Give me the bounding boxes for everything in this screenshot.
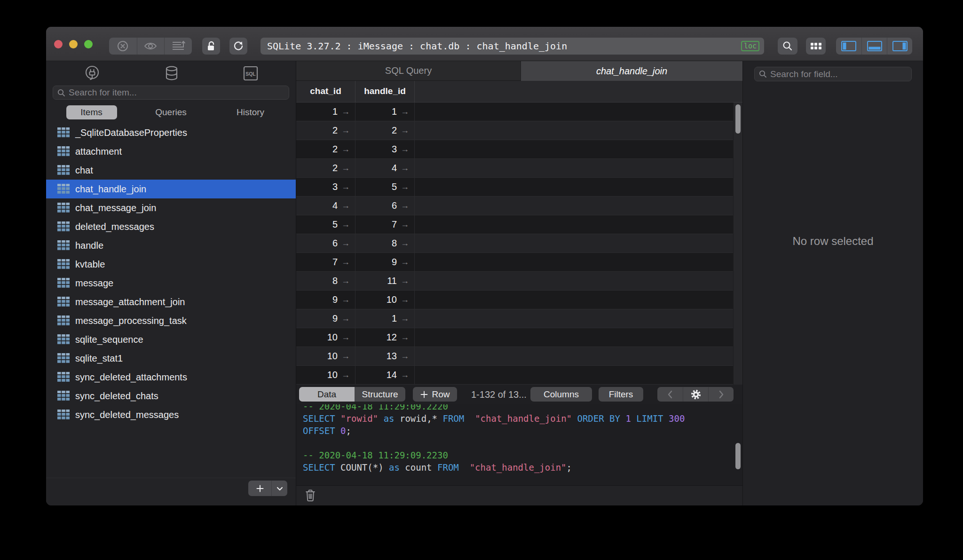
column-header-handle-id[interactable]: handle_id	[355, 81, 415, 102]
table-cell[interactable]: 1→	[355, 103, 415, 121]
sidebar-item-sqlite_sequence[interactable]: sqlite_sequence	[46, 330, 296, 349]
table-cell[interactable]: 12→	[355, 328, 415, 347]
tab-chat-handle-join[interactable]: chat_handle_join	[521, 61, 742, 81]
sidebar-item-message_processing_task[interactable]: message_processing_task	[46, 311, 296, 330]
table-row[interactable]: 9→1→	[296, 309, 733, 328]
sidebar-search-input[interactable]	[69, 87, 285, 98]
minimize-window-button[interactable]	[69, 40, 78, 48]
field-search-field[interactable]	[754, 67, 912, 81]
lock-button[interactable]	[202, 38, 220, 55]
cell-link-arrow-icon[interactable]: →	[341, 314, 350, 323]
table-cell[interactable]: 2→	[296, 121, 355, 140]
table-cell[interactable]: 10→	[296, 366, 355, 384]
cell-link-arrow-icon[interactable]: →	[341, 182, 350, 192]
table-row[interactable]: 10→12→	[296, 328, 733, 347]
table-cell[interactable]: 3→	[355, 140, 415, 158]
sidebar-item-handle[interactable]: handle	[46, 236, 296, 255]
table-cell[interactable]: 10→	[296, 328, 355, 347]
table-cell[interactable]: 3→	[296, 178, 355, 196]
cell-link-arrow-icon[interactable]: →	[401, 332, 409, 342]
columns-button[interactable]: Columns	[530, 387, 592, 402]
apps-grid-button[interactable]	[806, 38, 826, 55]
table-cell[interactable]: 13→	[355, 347, 415, 365]
cell-link-arrow-icon[interactable]: →	[341, 276, 350, 286]
table-row[interactable]: 4→6→	[296, 197, 733, 215]
tab-sql-query[interactable]: SQL Query	[296, 61, 521, 81]
cell-link-arrow-icon[interactable]: →	[341, 220, 350, 229]
table-cell[interactable]: 7→	[355, 215, 415, 234]
table-cell[interactable]: 4→	[355, 159, 415, 177]
trash-icon[interactable]	[304, 489, 316, 503]
table-row[interactable]: 2→2→	[296, 121, 733, 140]
close-connection-button[interactable]	[109, 38, 137, 55]
cell-link-arrow-icon[interactable]: →	[341, 107, 350, 117]
sidebar-item-message[interactable]: message	[46, 274, 296, 292]
sidebar-search-field[interactable]	[53, 86, 289, 100]
cell-link-arrow-icon[interactable]: →	[341, 126, 350, 135]
cell-link-arrow-icon[interactable]: →	[341, 370, 350, 380]
table-row[interactable]: 9→10→	[296, 291, 733, 309]
table-scrollbar-thumb[interactable]	[735, 104, 741, 134]
add-row-button[interactable]: Row	[413, 387, 457, 402]
tab-queries[interactable]: Queries	[131, 105, 211, 119]
table-cell[interactable]: 4→	[296, 197, 355, 215]
cell-link-arrow-icon[interactable]: →	[401, 351, 409, 361]
cell-link-arrow-icon[interactable]: →	[401, 370, 409, 380]
cell-link-arrow-icon[interactable]: →	[401, 107, 409, 117]
cell-link-arrow-icon[interactable]: →	[341, 257, 350, 267]
sidebar-item-sync_deleted_messages[interactable]: sync_deleted_messages	[46, 405, 296, 424]
cell-link-arrow-icon[interactable]: →	[401, 220, 409, 229]
table-scrollbar-track[interactable]	[733, 103, 742, 385]
cell-link-arrow-icon[interactable]: →	[341, 238, 350, 248]
field-search-input[interactable]	[770, 69, 908, 79]
tab-history[interactable]: History	[211, 105, 290, 119]
table-row[interactable]: 6→8→	[296, 234, 733, 253]
previous-page-button[interactable]	[657, 387, 683, 402]
table-cell[interactable]: 10→	[355, 291, 415, 309]
close-window-button[interactable]	[54, 40, 63, 48]
sidebar-item-chat_message_join[interactable]: chat_message_join	[46, 198, 296, 217]
tab-items[interactable]: Items	[52, 105, 131, 119]
sidebar-item-chat[interactable]: chat	[46, 161, 296, 180]
cell-link-arrow-icon[interactable]: →	[401, 257, 409, 267]
toggle-right-panel-button[interactable]	[887, 38, 912, 55]
database-icon[interactable]	[163, 64, 181, 82]
table-cell[interactable]: 9→	[296, 309, 355, 328]
table-cell[interactable]: 6→	[355, 197, 415, 215]
cell-link-arrow-icon[interactable]: →	[401, 295, 409, 305]
table-cell[interactable]: 8→	[296, 272, 355, 290]
sql-box-icon[interactable]: SQL	[242, 65, 259, 82]
table-cell[interactable]: 2→	[296, 140, 355, 158]
table-row[interactable]: 7→9→	[296, 253, 733, 272]
add-item-menu-button[interactable]	[271, 481, 287, 496]
zoom-window-button[interactable]	[84, 40, 93, 48]
sql-log-scrollbar-thumb[interactable]	[735, 443, 741, 469]
cell-link-arrow-icon[interactable]: →	[401, 163, 409, 173]
cell-link-arrow-icon[interactable]: →	[401, 238, 409, 248]
plug-icon[interactable]	[84, 64, 101, 82]
cell-link-arrow-icon[interactable]: →	[341, 144, 350, 154]
sidebar-item-deleted_messages[interactable]: deleted_messages	[46, 217, 296, 236]
sidebar-item-sync_deleted_chats[interactable]: sync_deleted_chats	[46, 386, 296, 405]
table-row[interactable]: 1→1→	[296, 103, 733, 121]
cell-link-arrow-icon[interactable]: →	[401, 314, 409, 323]
sidebar-item-kvtable[interactable]: kvtable	[46, 255, 296, 274]
table-cell[interactable]: 1→	[355, 309, 415, 328]
cell-link-arrow-icon[interactable]: →	[401, 126, 409, 135]
cell-link-arrow-icon[interactable]: →	[341, 351, 350, 361]
table-row[interactable]: 5→7→	[296, 215, 733, 234]
column-header-chat-id[interactable]: chat_id	[296, 81, 355, 102]
table-cell[interactable]: 9→	[296, 291, 355, 309]
sidebar-item-sqlite_stat1[interactable]: sqlite_stat1	[46, 349, 296, 368]
refresh-button[interactable]	[229, 38, 247, 55]
add-item-button[interactable]	[248, 481, 271, 496]
table-cell[interactable]: 6→	[296, 234, 355, 252]
next-page-button[interactable]	[708, 387, 734, 402]
cell-link-arrow-icon[interactable]: →	[401, 182, 409, 192]
filters-button[interactable]: Filters	[599, 387, 643, 402]
table-row[interactable]: 2→4→	[296, 159, 733, 178]
sidebar-item-sync_deleted_attachments[interactable]: sync_deleted_attachments	[46, 368, 296, 386]
cell-link-arrow-icon[interactable]: →	[341, 201, 350, 211]
cell-link-arrow-icon[interactable]: →	[341, 332, 350, 342]
cell-link-arrow-icon[interactable]: →	[341, 295, 350, 305]
